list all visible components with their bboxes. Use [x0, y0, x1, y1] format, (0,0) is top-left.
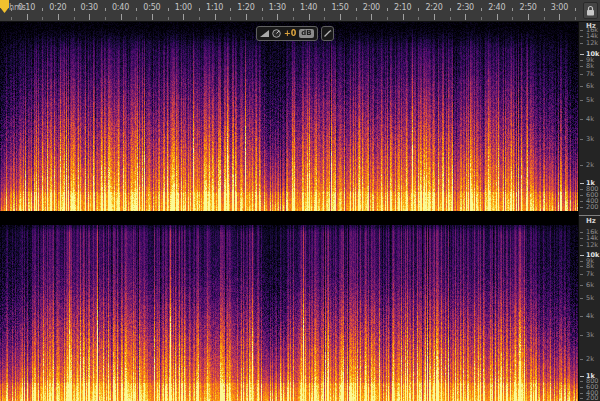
freq-tick-label: 8k — [586, 63, 594, 70]
time-label: 0:20 — [49, 3, 66, 12]
time-label: 0:50 — [143, 3, 160, 12]
time-label: 1:10 — [206, 3, 223, 12]
volume-ramp-icon — [260, 29, 269, 38]
freq-tick-mark — [580, 255, 584, 256]
freq-tick-label: 12k — [586, 241, 598, 248]
minor-dot — [199, 8, 200, 11]
freq-tick-label: 5k — [586, 295, 594, 302]
freq-tick-label: 4k — [586, 312, 594, 319]
major-tick — [58, 14, 59, 20]
volume-hud[interactable]: +0 dB — [256, 26, 334, 41]
knob-icon[interactable] — [272, 29, 281, 38]
minor-dot — [450, 8, 451, 11]
minor-tick — [387, 17, 388, 20]
minor-tick — [230, 17, 231, 20]
freq-tick-mark — [580, 195, 583, 196]
time-label: 3:00 — [551, 3, 568, 12]
major-tick — [559, 14, 560, 20]
freq-tick-mark — [580, 54, 584, 55]
major-tick — [183, 14, 184, 20]
freq-tick-mark — [580, 30, 583, 31]
freq-tick-label: 4k — [586, 115, 594, 122]
minor-dot — [74, 8, 75, 11]
lock-icon — [586, 5, 595, 17]
freq-tick-mark — [580, 36, 583, 37]
freq-tick-mark — [580, 66, 583, 67]
freq-tick-mark — [580, 266, 583, 267]
freq-tick-mark — [580, 261, 583, 262]
playhead-marker[interactable] — [0, 0, 9, 13]
freq-tick-mark — [580, 316, 583, 317]
spectral-frequency-editor: hms 0:100:200:300:400:501:001:101:201:30… — [0, 0, 600, 401]
major-tick — [403, 14, 404, 20]
volume-hud-pill[interactable]: +0 dB — [256, 26, 318, 41]
minor-dot — [481, 8, 482, 11]
freq-tick-mark — [580, 387, 583, 388]
frequency-scale[interactable]: Hz16k14k12k10k9k8k7k6k5k4k3k2k1k80060040… — [578, 22, 600, 401]
volume-value[interactable]: +0 — [284, 27, 296, 40]
freq-tick-mark — [580, 139, 583, 140]
major-tick — [152, 14, 153, 20]
major-tick — [528, 14, 529, 20]
freq-tick-mark — [580, 335, 583, 336]
freq-tick-mark — [580, 398, 583, 399]
minor-tick — [450, 17, 451, 20]
freq-tick-label: 7k — [586, 70, 594, 77]
minor-tick — [199, 17, 200, 20]
freq-tick-mark — [580, 189, 583, 190]
freq-tick-label: 2k — [586, 355, 594, 362]
minor-dot — [387, 8, 388, 11]
spectrogram-channel-right[interactable] — [0, 225, 578, 401]
freq-tick-mark — [580, 43, 583, 44]
minor-dot — [42, 8, 43, 11]
minor-tick — [42, 17, 43, 20]
major-tick — [465, 14, 466, 20]
minor-tick — [293, 17, 294, 20]
minor-dot — [418, 8, 419, 11]
freq-tick-mark — [580, 245, 583, 246]
freq-tick-label: 3k — [586, 135, 594, 142]
spectrogram-channel-left[interactable] — [0, 22, 578, 211]
freq-tick-mark — [580, 285, 583, 286]
time-label: 1:00 — [175, 3, 192, 12]
minor-dot — [105, 8, 106, 11]
minor-tick — [11, 17, 12, 20]
time-label: 2:00 — [363, 3, 380, 12]
minor-tick — [262, 17, 263, 20]
freq-tick-mark — [580, 393, 583, 394]
major-tick — [309, 14, 310, 20]
freq-tick-label: 6k — [586, 83, 594, 90]
freq-tick-mark — [580, 232, 583, 233]
freq-tick-label: 6k — [586, 282, 594, 289]
hud-edit-pen-button[interactable] — [321, 26, 334, 41]
freq-tick-label: 5k — [586, 97, 594, 104]
freq-tick-mark — [580, 60, 583, 61]
lock-button[interactable] — [583, 2, 598, 19]
minor-dot — [324, 8, 325, 11]
time-label: 1:30 — [269, 3, 286, 12]
time-label: 1:50 — [331, 3, 348, 12]
minor-tick — [168, 17, 169, 20]
volume-unit-badge: dB — [299, 29, 313, 38]
time-label: 2:50 — [520, 3, 537, 12]
time-label: 2:10 — [394, 3, 411, 12]
freq-tick-mark — [580, 201, 583, 202]
minor-dot — [293, 8, 294, 11]
freq-tick-mark — [580, 183, 584, 184]
freq-tick-label: 12k — [586, 39, 598, 46]
timeline-ruler[interactable]: hms 0:100:200:300:400:501:001:101:201:30… — [0, 0, 600, 22]
minor-dot — [136, 8, 137, 11]
major-tick — [246, 14, 247, 20]
minor-tick — [481, 17, 482, 20]
minor-tick — [324, 17, 325, 20]
time-label: 1:20 — [237, 3, 254, 12]
channel-divider — [579, 215, 600, 216]
major-tick — [89, 14, 90, 20]
major-tick — [215, 14, 216, 20]
major-tick — [121, 14, 122, 20]
minor-tick — [575, 17, 576, 20]
minor-dot — [512, 8, 513, 11]
minor-dot — [168, 8, 169, 11]
freq-tick-mark — [580, 119, 583, 120]
freq-tick-mark — [580, 238, 583, 239]
